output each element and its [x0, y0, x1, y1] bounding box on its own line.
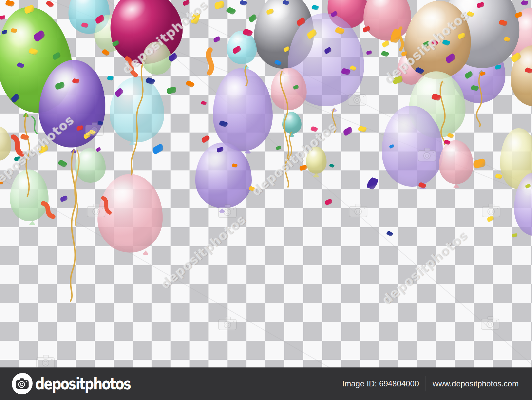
watermark-text: depositphotos — [249, 119, 340, 199]
image-id-label: Image ID: 694804000 — [342, 379, 419, 388]
camera-watermark-icon — [217, 203, 238, 219]
camera-watermark-icon — [481, 202, 502, 218]
watermark-text: depositphotos — [0, 112, 77, 192]
watermark-text: depositphotos — [381, 7, 472, 87]
watermark-footer-bar: depositphotos Image ID: 694804000 www.de… — [0, 367, 532, 400]
watermark-text: depositphotos — [120, 0, 211, 77]
camera-watermark-icon — [84, 121, 105, 137]
camera-watermark-icon — [217, 315, 238, 331]
footer-meta: Image ID: 694804000 www.depositphotos.co… — [342, 376, 519, 391]
stock-photo-preview: depositphotosdepositphotosdepositphotosd… — [0, 0, 532, 400]
camera-watermark-icon — [480, 315, 501, 331]
watermarks-layer: depositphotosdepositphotosdepositphotosd… — [0, 0, 532, 400]
watermark-text: depositphotos — [379, 228, 470, 308]
camera-watermark-icon — [35, 353, 57, 369]
camera-watermark-icon — [417, 147, 438, 162]
footer-divider — [426, 376, 426, 391]
watermark-text: depositphotos — [158, 212, 249, 292]
camera-watermark-icon — [347, 91, 368, 107]
camera-watermark-icon — [86, 202, 107, 218]
logo-wordmark: depositphotos — [35, 374, 130, 393]
camera-logo-icon — [12, 373, 33, 394]
website-label: www.depositphotos.com — [433, 379, 519, 388]
camera-watermark-icon — [348, 202, 369, 218]
depositphotos-logo: depositphotos — [12, 373, 151, 394]
